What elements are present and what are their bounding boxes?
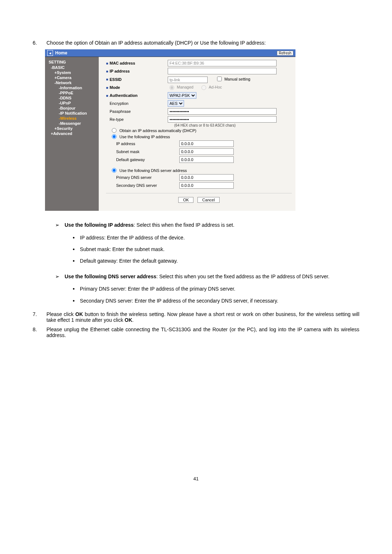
arrow-right-icon: ➢ <box>55 220 60 230</box>
bullet-primary-dns: ● Primary DNS server: Enter the IP addre… <box>73 285 359 293</box>
step-6: 6. Choose the option of Obtain an IP add… <box>33 40 359 46</box>
label-auth: Authentication <box>110 93 168 98</box>
bullet-secondary-dns: ● Secondary DNS server: Enter the IP add… <box>73 297 359 305</box>
arrow2-rest: : Select this when you set the fixed add… <box>156 274 330 279</box>
label-mac: MAC address <box>110 61 168 65</box>
label-gateway: Default gateway <box>106 157 169 162</box>
step-6-text: Choose the option of Obtain an IP addres… <box>46 40 359 46</box>
bullet-icon: ● <box>73 245 75 253</box>
arrow-use-ip: ➢ Use the following IP address: Select t… <box>55 220 359 230</box>
arrow1-rest: : Select this when the fixed IP address … <box>134 222 234 228</box>
bullet-icon: ● <box>73 234 75 242</box>
sidebar-basic[interactable]: -BASIC <box>45 65 99 70</box>
sidebar-upnp[interactable]: -UPnP <box>45 100 99 106</box>
label-subnet: Subnet mask <box>106 149 169 154</box>
encryption-select[interactable]: AES <box>168 100 184 107</box>
bullet-icon: ■ <box>106 69 110 73</box>
arrow1-bold: Use the following IP address <box>65 222 134 228</box>
mac-field <box>168 60 277 66</box>
arrow-use-dns: ➢ Use the following DNS server address: … <box>55 272 359 282</box>
bullet-ip-address: ● IP address: Enter the IP address of th… <box>73 234 359 242</box>
usedns-radio[interactable] <box>112 168 117 173</box>
label-retype: Re-type <box>110 117 168 122</box>
step-8-text: Please unplug the Ethernet cable connect… <box>46 327 359 338</box>
passphrase-field[interactable] <box>168 108 277 115</box>
ok-button[interactable]: OK <box>178 197 193 203</box>
bullet-icon: ● <box>73 297 75 305</box>
page-number: 41 <box>33 476 359 481</box>
home-link[interactable]: Home <box>55 50 67 56</box>
sidebar-security[interactable]: +Security <box>45 126 99 131</box>
sidebar: SETTING -BASIC +System +Camera -Network … <box>45 57 99 211</box>
sidebar-camera[interactable]: +Camera <box>45 75 99 80</box>
bullet-icon: ■ <box>106 77 110 81</box>
refresh-button[interactable]: Refresh <box>277 51 293 56</box>
sidebar-pppoe[interactable]: -PPPoE <box>45 90 99 95</box>
arrow2-bold: Use the following DNS server address <box>65 274 156 279</box>
usedns-radio-row[interactable]: Use the following DNS server address <box>106 167 292 173</box>
sidebar-information[interactable]: -Information <box>45 85 99 90</box>
step-7: 7. Please click OK button to finish the … <box>33 311 359 323</box>
cancel-button[interactable]: Cancel <box>197 197 219 203</box>
step-7-number: 7. <box>33 311 40 323</box>
retype-field[interactable] <box>168 116 277 123</box>
arrow-right-icon: ➢ <box>55 272 60 282</box>
dhcp-radio-row[interactable]: Obtain an IP address automatically (DHCP… <box>106 127 292 134</box>
label-ip: IP address <box>110 69 168 73</box>
step-8: 8. Please unplug the Ethernet cable conn… <box>33 327 359 338</box>
useip-radio-row[interactable]: Use the following IP address <box>106 134 292 140</box>
useip-radio[interactable] <box>112 134 117 139</box>
label-primdns: Primary DNS server <box>106 175 169 180</box>
label-essid: ESSID <box>110 77 168 82</box>
primdns-field[interactable] <box>179 174 234 181</box>
step-6-number: 6. <box>33 40 40 46</box>
step-8-number: 8. <box>33 327 40 338</box>
button-row: OK Cancel <box>106 193 292 206</box>
useip-label: Use the following IP address <box>119 135 170 139</box>
step-7-text: Please click OK button to finish the wir… <box>46 311 359 323</box>
sidebar-ddns[interactable]: -DDNS <box>45 95 99 100</box>
usedns-label: Use the following DNS server address <box>119 168 187 173</box>
dhcp-label: Obtain an IP address automatically (DHCP… <box>119 128 196 133</box>
label-secdns: Secondary DNS server <box>106 183 169 188</box>
bullet-icon: ■ <box>106 61 110 65</box>
bullet-subnet: ● Subnet mask: Enter the subnet mask. <box>73 245 359 253</box>
bullet-icon: ● <box>73 257 75 265</box>
label-encryption: Encryption <box>110 101 168 106</box>
ip-field-top[interactable] <box>168 68 277 74</box>
bullet-icon: ■ <box>106 86 110 90</box>
secdns-field[interactable] <box>179 182 234 189</box>
sidebar-setting: SETTING <box>45 59 99 65</box>
app-header: ◄ Home Refresh <box>45 49 295 57</box>
sidebar-bonjour[interactable]: -Bonjour <box>45 106 99 111</box>
bullet-gateway: ● Default gateway: Enter the default gat… <box>73 257 359 265</box>
mode-adhoc-radio[interactable]: Ad-Hoc <box>200 84 222 90</box>
main-panel: ■ MAC address ■ IP address ■ ESSID Manua… <box>99 57 295 211</box>
back-arrow-icon[interactable]: ◄ <box>47 50 53 56</box>
label-mode: Mode <box>110 85 168 90</box>
bullet-icon: ■ <box>106 94 110 98</box>
subnet-field[interactable] <box>179 148 234 155</box>
bullet-icon: ● <box>73 285 75 293</box>
screenshot-panel: ◄ Home Refresh SETTING -BASIC +System +C… <box>45 49 295 211</box>
essid-field[interactable] <box>168 77 208 83</box>
ipaddress-field[interactable] <box>179 140 234 147</box>
auth-select[interactable]: WPA2-PSK <box>168 92 196 99</box>
passphrase-hint: (64 HEX chars or 8 to 63 ASCII chars) <box>106 123 292 127</box>
sidebar-wireless[interactable]: -Wireless <box>45 116 99 121</box>
label-passphrase: Passphrase <box>110 109 168 114</box>
sidebar-messenger[interactable]: -Messenger <box>45 121 99 126</box>
sidebar-network[interactable]: -Network <box>45 80 99 85</box>
sidebar-system[interactable]: +System <box>45 70 99 75</box>
label-ipaddress: IP address <box>106 141 169 146</box>
sidebar-advanced[interactable]: +Advanced <box>45 131 99 136</box>
dhcp-radio[interactable] <box>112 128 117 133</box>
mode-managed-radio[interactable]: Managed <box>168 84 193 90</box>
manual-setting-checkbox[interactable]: Manual setting <box>216 75 250 82</box>
gateway-field[interactable] <box>179 156 234 163</box>
sidebar-ipnotification[interactable]: -IP Notification <box>45 111 99 116</box>
